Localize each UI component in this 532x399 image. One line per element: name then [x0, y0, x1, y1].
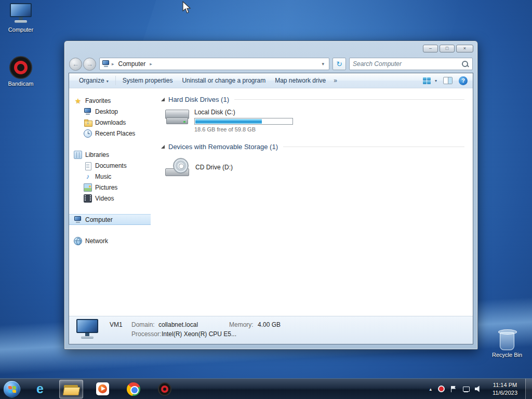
desktop-icon-bandicam[interactable]: Bandicam — [4, 56, 37, 87]
cd-drive-item[interactable]: CD Drive (D:) — [165, 158, 464, 177]
uninstall-program-button[interactable]: Uninstall or change a program — [177, 75, 270, 86]
sidebar-item-music[interactable]: ♪ Music — [69, 171, 151, 182]
organize-button[interactable]: Organize▾ — [74, 75, 113, 86]
navigation-pane: ★ Favorites Desktop ↓ Downloads Recent P… — [69, 88, 151, 316]
sidebar-item-pictures[interactable]: Pictures — [69, 182, 151, 193]
sidebar-item-videos[interactable]: Videos — [69, 193, 151, 204]
network-globe-icon — [74, 237, 82, 245]
sidebar-item-label: Videos — [95, 195, 114, 202]
back-button[interactable]: ← — [69, 58, 82, 71]
system-properties-button[interactable]: System properties — [118, 75, 178, 86]
sidebar-group-label: Libraries — [85, 151, 109, 158]
sidebar-item-computer[interactable]: Computer — [69, 214, 151, 225]
bandicam-icon — [158, 382, 171, 396]
computer-icon — [75, 319, 99, 341]
volume-icon[interactable] — [475, 385, 482, 393]
breadcrumb-chevron-icon[interactable]: ▸ — [112, 61, 114, 66]
hard-disk-icon — [165, 109, 189, 124]
map-network-drive-button[interactable]: Map network drive — [270, 75, 330, 86]
refresh-button[interactable]: ↻ — [332, 58, 346, 70]
system-tray: ▴ 11:14 PM 11/6/2023 — [425, 379, 532, 399]
sidebar-item-network[interactable]: Network — [69, 235, 151, 246]
breadcrumb-segment-computer[interactable]: Computer — [116, 59, 149, 69]
computer-mini-icon — [74, 216, 82, 224]
sidebar-item-documents[interactable]: Documents — [69, 160, 151, 171]
sidebar-item-downloads[interactable]: ↓ Downloads — [69, 117, 151, 128]
title-bar[interactable]: – □ × — [64, 41, 477, 56]
desktop-icon-computer[interactable]: Computer — [4, 3, 37, 33]
sidebar-item-label: Documents — [95, 162, 127, 169]
sidebar-group-favorites[interactable]: ★ Favorites — [69, 95, 151, 106]
downloads-folder-icon: ↓ — [84, 118, 92, 127]
maximize-button[interactable]: □ — [440, 45, 455, 52]
sidebar-item-desktop[interactable]: Desktop — [69, 106, 151, 117]
sidebar-group-libraries[interactable]: Libraries — [69, 149, 151, 160]
desktop-icon-recycle-bin[interactable]: Recycle Bin — [490, 327, 524, 358]
documents-icon — [84, 162, 92, 170]
sidebar-group-label: Favorites — [85, 97, 111, 104]
desktop: Computer Bandicam Recycle Bin – □ × ← → … — [0, 0, 532, 399]
memory-value: 4.00 GB — [258, 321, 281, 328]
recycle-bin-icon — [498, 327, 516, 350]
views-grid-icon — [423, 77, 431, 84]
cd-drive-icon — [165, 158, 190, 177]
taskbar-bandicam-button[interactable] — [153, 380, 177, 398]
section-divider — [283, 147, 464, 147]
libraries-icon — [74, 151, 82, 159]
preview-pane-button[interactable] — [443, 77, 453, 84]
hidden-icons-button[interactable]: ▴ — [425, 387, 435, 392]
sidebar-item-label: Computer — [85, 216, 113, 223]
drive-name: Local Disk (C:) — [194, 109, 293, 116]
change-view-button[interactable]: ▾ — [423, 77, 437, 84]
collapse-arrow-icon[interactable] — [161, 98, 165, 101]
section-header: Hard Disk Drives (1) — [168, 96, 229, 103]
disk-usage-bar — [194, 118, 293, 125]
address-dropdown-icon[interactable]: ▾ — [319, 61, 327, 66]
pictures-icon — [84, 183, 92, 192]
processor-label: Processor: — [131, 330, 161, 338]
show-desktop-button[interactable] — [525, 379, 532, 399]
taskbar-ie-button[interactable]: e — [28, 380, 52, 398]
chevron-down-icon: ▾ — [435, 78, 437, 83]
folder-icon — [63, 383, 79, 395]
network-icon[interactable] — [462, 385, 470, 393]
details-pane: VM1 Domain: collabnet.local Memory: 4.00… — [69, 316, 473, 344]
music-note-icon: ♪ — [84, 172, 92, 181]
local-disk-item[interactable]: Local Disk (C:) 18.6 GB free of 59.8 GB — [165, 109, 464, 132]
memory-label: Memory: — [229, 321, 254, 328]
sidebar-item-label: Desktop — [95, 108, 118, 115]
forward-button[interactable]: → — [83, 58, 96, 71]
help-button[interactable]: ? — [459, 76, 468, 85]
taskbar-clock[interactable]: 11:14 PM 11/6/2023 — [487, 381, 523, 396]
sidebar-item-recent-places[interactable]: Recent Places — [69, 128, 151, 139]
section-removable-storage: Devices with Removable Storage (1) — [161, 143, 464, 151]
taskbar-chrome-button[interactable] — [122, 380, 145, 398]
clock-date: 11/6/2023 — [487, 389, 523, 396]
desktop-icon-label: Recycle Bin — [490, 352, 524, 358]
search-input[interactable] — [353, 60, 461, 68]
action-center-icon[interactable] — [450, 385, 457, 393]
toolbar-overflow-button[interactable]: » — [330, 75, 340, 86]
recent-places-clock-icon — [84, 129, 92, 138]
minimize-button[interactable]: – — [423, 45, 438, 52]
sidebar-item-label: Pictures — [95, 184, 117, 191]
computer-mini-icon — [102, 60, 110, 68]
start-button[interactable] — [3, 380, 21, 398]
videos-filmstrip-icon — [84, 194, 92, 203]
breadcrumb-chevron-icon[interactable]: ▸ — [150, 61, 152, 66]
command-toolbar: Organize▾ System properties Uninstall or… — [69, 73, 473, 88]
disk-usage-fill — [195, 119, 262, 124]
close-button[interactable]: × — [456, 45, 473, 52]
windows-flag-icon — [8, 386, 16, 393]
search-box[interactable] — [349, 58, 473, 70]
desktop-mini-icon — [84, 108, 92, 116]
address-bar[interactable]: ▸ Computer ▸ ▾ — [99, 58, 329, 70]
computer-icon — [9, 3, 33, 25]
search-icon[interactable] — [461, 60, 469, 68]
bandicam-tray-icon[interactable] — [438, 385, 445, 392]
collapse-arrow-icon[interactable] — [161, 145, 165, 149]
taskbar-media-player-button[interactable] — [90, 380, 114, 398]
taskbar-explorer-button[interactable] — [59, 380, 83, 398]
section-header: Devices with Removable Storage (1) — [168, 143, 278, 151]
sidebar-item-label: Music — [95, 173, 111, 180]
